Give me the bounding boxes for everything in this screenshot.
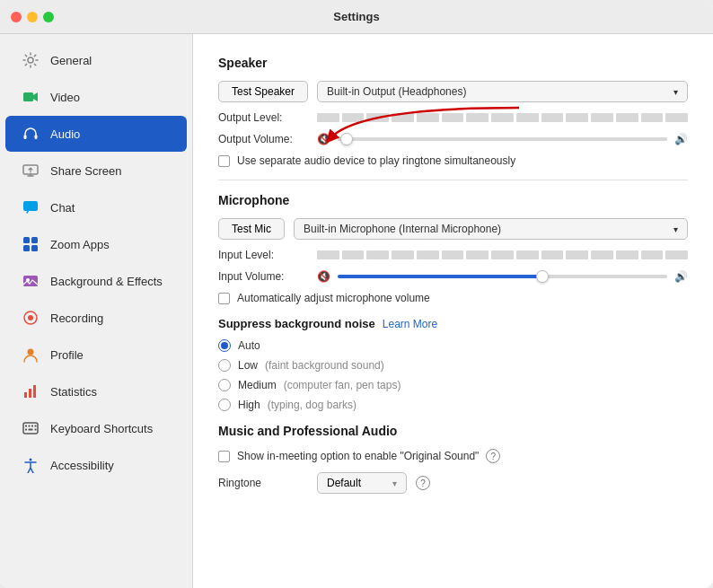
input-seg-14	[641, 250, 664, 259]
chat-icon	[20, 197, 41, 218]
sidebar-item-background-effects[interactable]: Background & Effects	[5, 263, 187, 299]
svg-rect-9	[31, 245, 38, 251]
test-mic-button[interactable]: Test Mic	[218, 218, 285, 240]
input-volume-thumb[interactable]	[536, 270, 549, 283]
volume-high-icon: 🔊	[674, 133, 688, 145]
minimize-button[interactable]	[27, 12, 38, 22]
level-seg-1	[317, 113, 339, 122]
headphone-icon	[20, 123, 41, 145]
share-screen-icon	[20, 160, 41, 181]
section-divider-1	[218, 180, 688, 180]
ringtone-row: Ringtone Default ▾ ?	[218, 472, 688, 494]
input-seg-7	[466, 250, 489, 259]
svg-point-14	[28, 349, 34, 355]
input-seg-15	[665, 250, 688, 259]
output-volume-row: Output Volume: 🔇 🔊	[218, 133, 688, 145]
speaker-section-title: Speaker	[218, 56, 688, 70]
sidebar-item-accessibility[interactable]: Accessibility	[5, 447, 187, 483]
sidebar-item-recording[interactable]: Recording	[5, 300, 187, 336]
output-volume-thumb[interactable]	[340, 133, 353, 145]
ringtone-label: Ringtone	[218, 477, 308, 489]
learn-more-link[interactable]: Learn More	[383, 318, 437, 330]
sidebar-zoom-apps-label: Zoom Apps	[50, 238, 110, 251]
sidebar-item-general[interactable]: General	[5, 42, 187, 78]
suppress-medium-radio[interactable]	[218, 379, 231, 391]
suppress-low-row: Low (faint background sound)	[218, 359, 688, 372]
separate-audio-checkbox[interactable]	[218, 155, 230, 167]
maximize-button[interactable]	[43, 12, 54, 22]
input-seg-13	[616, 250, 638, 259]
recording-icon	[20, 307, 41, 329]
original-sound-row: Show in-meeting option to enable "Origin…	[218, 449, 688, 463]
input-volume-track[interactable]	[338, 275, 667, 278]
suppress-title-row: Suppress background noise Learn More	[218, 317, 688, 330]
mic-device-select[interactable]: Built-in Microphone (Internal Microphone…	[294, 218, 688, 240]
keyboard-icon	[20, 417, 41, 439]
separate-audio-row: Use separate audio device to play ringto…	[218, 154, 688, 167]
input-level-bar	[317, 250, 688, 259]
sidebar-stats-label: Statistics	[50, 385, 97, 399]
level-seg-11	[566, 113, 588, 122]
sidebar-item-share-screen[interactable]: Share Screen	[5, 153, 187, 189]
original-sound-label: Show in-meeting option to enable "Origin…	[237, 450, 479, 462]
test-speaker-button[interactable]: Test Speaker	[218, 81, 308, 102]
suppress-auto-radio[interactable]	[218, 339, 231, 352]
svg-point-13	[28, 315, 33, 320]
sidebar-general-label: General	[50, 54, 92, 67]
sidebar-item-profile[interactable]: Profile	[5, 337, 187, 373]
sidebar-item-keyboard-shortcuts[interactable]: Keyboard Shortcuts	[5, 410, 187, 446]
mic-chevron-icon: ▾	[673, 224, 678, 234]
sidebar-item-audio[interactable]: Audio	[5, 116, 187, 152]
suppress-low-radio[interactable]	[218, 359, 231, 372]
auto-adjust-checkbox[interactable]	[218, 293, 230, 304]
content-area: General Video	[0, 34, 713, 588]
sidebar-recording-label: Recording	[50, 312, 103, 325]
sidebar-share-label: Share Screen	[50, 164, 122, 178]
auto-adjust-row: Automatically adjust microphone volume	[218, 292, 688, 304]
original-sound-help-icon[interactable]: ?	[486, 449, 500, 463]
input-level-row: Input Level:	[218, 249, 688, 261]
ringtone-select[interactable]: Default ▾	[317, 472, 407, 494]
main-content: Speaker Test Speaker Built-in Output (He…	[193, 34, 713, 588]
suppress-high-radio[interactable]	[218, 399, 231, 411]
svg-rect-22	[35, 426, 37, 427]
input-seg-3	[366, 250, 389, 259]
output-volume-track[interactable]	[338, 137, 667, 141]
level-seg-13	[616, 113, 638, 122]
close-button[interactable]	[11, 12, 22, 22]
speaker-device-select[interactable]: Built-in Output (Headphones) ▾	[317, 81, 688, 102]
input-seg-2	[342, 250, 365, 259]
svg-rect-24	[29, 429, 33, 431]
speaker-device-value: Built-in Output (Headphones)	[327, 85, 466, 98]
microphone-section-title: Microphone	[218, 193, 688, 207]
input-seg-8	[491, 250, 514, 259]
ringtone-help-icon[interactable]: ?	[416, 476, 430, 490]
sidebar-bg-label: Background & Effects	[50, 275, 163, 288]
suppress-high-row: High (typing, dog barks)	[218, 399, 688, 411]
level-seg-15	[665, 113, 688, 122]
sidebar-item-zoom-apps[interactable]: Zoom Apps	[5, 226, 187, 262]
original-sound-checkbox[interactable]	[218, 451, 230, 462]
level-seg-5	[417, 113, 439, 122]
sidebar-item-video[interactable]: Video	[5, 79, 187, 115]
suppress-auto-label: Auto	[238, 339, 260, 352]
sidebar-audio-label: Audio	[50, 127, 80, 141]
profile-icon	[20, 344, 41, 365]
app-window: Settings General	[0, 0, 713, 588]
input-seg-5	[417, 250, 439, 259]
suppress-auto-row: Auto	[218, 339, 688, 352]
input-seg-10	[541, 250, 564, 259]
suppress-low-label: Low	[238, 359, 258, 372]
input-volume-row: Input Volume: 🔇 🔊	[218, 270, 688, 283]
separate-audio-label: Use separate audio device to play ringto…	[237, 154, 515, 167]
svg-rect-23	[25, 429, 27, 431]
level-seg-12	[591, 113, 613, 122]
sidebar-accessibility-label: Accessibility	[50, 459, 114, 472]
level-seg-3	[366, 113, 389, 122]
input-seg-9	[516, 250, 539, 259]
suppress-medium-hint: (computer fan, pen taps)	[284, 379, 401, 391]
level-seg-8	[491, 113, 514, 122]
window-title: Settings	[333, 10, 379, 23]
sidebar-item-statistics[interactable]: Statistics	[5, 373, 187, 409]
sidebar-item-chat[interactable]: Chat	[5, 189, 187, 225]
